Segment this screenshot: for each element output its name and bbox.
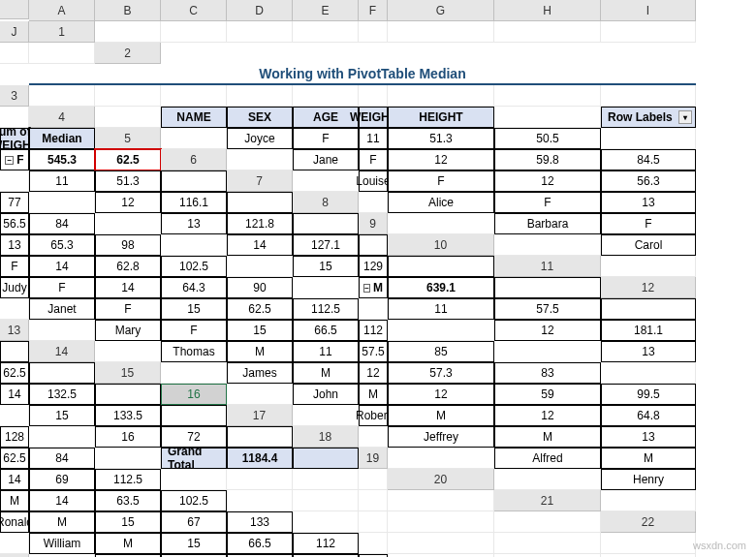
row-header-11[interactable]: 11 [494, 256, 601, 277]
cell-A15[interactable] [161, 362, 227, 384]
row-header-17[interactable]: 17 [227, 405, 293, 426]
cell-H19[interactable] [227, 469, 293, 490]
pivot-row-label[interactable]: 11 [388, 298, 494, 320]
pivot-row-label[interactable]: 15 [293, 256, 359, 277]
cell-A11[interactable] [601, 256, 696, 277]
cell-A12[interactable] [0, 298, 29, 320]
cell-G15[interactable] [601, 362, 696, 384]
pivot-row-label[interactable]: 12 [95, 192, 161, 213]
cell-H1[interactable] [601, 21, 696, 43]
collapse-icon[interactable]: − [5, 156, 14, 165]
cell-E1[interactable] [359, 21, 388, 43]
cell-A21[interactable] [601, 490, 696, 511]
row-header-20[interactable]: 20 [388, 469, 494, 490]
pivot-row-label[interactable]: 15 [29, 405, 95, 426]
cell-G14[interactable] [494, 341, 601, 362]
cell-A5[interactable] [161, 128, 227, 149]
col-header-A[interactable]: A [29, 0, 95, 21]
pivot-row-label[interactable]: 14 [0, 384, 29, 405]
cell-A14[interactable] [95, 341, 161, 362]
cell-I22[interactable] [494, 533, 601, 554]
cell-J22[interactable] [601, 533, 696, 554]
row-header-2[interactable]: 2 [95, 43, 161, 64]
cell-G1[interactable] [494, 21, 601, 43]
pivot-row-label[interactable]: 13 [601, 341, 696, 362]
collapse-icon[interactable]: − [363, 284, 370, 293]
cell-G21[interactable] [293, 511, 359, 533]
cell-J21[interactable] [494, 511, 601, 533]
cell-G16[interactable] [0, 405, 29, 426]
cell-A20[interactable] [494, 469, 601, 490]
cell-C3[interactable] [161, 85, 227, 107]
row-header-13[interactable]: 13 [0, 320, 29, 341]
cell-I20[interactable] [359, 490, 388, 511]
col-header-G[interactable]: G [388, 0, 494, 21]
cell-B3[interactable] [95, 85, 161, 107]
cell-E3[interactable] [293, 85, 359, 107]
cell-H22[interactable] [388, 533, 494, 554]
cell-G9[interactable] [161, 234, 227, 256]
cell-A18[interactable] [359, 426, 388, 448]
col-header-D[interactable]: D [227, 0, 293, 21]
cell-G13[interactable] [388, 320, 494, 341]
cell-I3[interactable] [601, 85, 696, 107]
row-header-8[interactable]: 8 [293, 192, 359, 213]
cell-A8[interactable] [359, 192, 388, 213]
cell-G6[interactable] [0, 170, 29, 192]
row-header-5[interactable]: 5 [95, 128, 161, 149]
cell-H21[interactable] [359, 511, 388, 533]
cell-B1[interactable] [161, 21, 227, 43]
row-header-14[interactable]: 14 [29, 341, 95, 362]
cell-I19[interactable] [293, 469, 359, 490]
cell-A19[interactable] [388, 448, 494, 469]
row-header-1[interactable]: 1 [29, 21, 95, 43]
cell-A13[interactable] [29, 320, 95, 341]
cell-G12[interactable] [359, 298, 388, 320]
col-header-F[interactable]: F [359, 0, 388, 21]
col-header-I[interactable]: I [601, 0, 696, 21]
cell-A3[interactable] [29, 85, 95, 107]
pivot-filter-dropdown[interactable]: ▾ [678, 110, 692, 124]
cell-A6[interactable] [227, 149, 293, 170]
row-header-6[interactable]: 6 [161, 149, 227, 170]
cell-G7[interactable] [29, 192, 95, 213]
col-header-E[interactable]: E [293, 0, 359, 21]
col-header-C[interactable]: C [161, 0, 227, 21]
cell-A4[interactable] [95, 107, 161, 128]
cell-H20[interactable] [293, 490, 359, 511]
col-header-H[interactable]: H [494, 0, 601, 21]
cell-A1[interactable] [95, 21, 161, 43]
cell-F3[interactable] [359, 85, 388, 107]
row-header-3[interactable]: 3 [0, 85, 29, 107]
cell-H3[interactable] [494, 85, 601, 107]
corner-cell[interactable] [0, 0, 29, 19]
row-header-10[interactable]: 10 [388, 234, 494, 256]
cell-J20[interactable] [388, 490, 494, 511]
cell-A16[interactable] [227, 384, 293, 405]
cell-A10[interactable] [494, 234, 601, 256]
row-header-22[interactable]: 22 [601, 511, 696, 533]
pivot-row-label[interactable]: 13 [161, 213, 227, 234]
row-header-19[interactable]: 19 [359, 448, 388, 469]
row-header-4[interactable]: 4 [29, 107, 95, 128]
row-header-12[interactable]: 12 [601, 277, 696, 298]
cell-G20[interactable] [227, 490, 293, 511]
row-header-9[interactable]: 9 [359, 213, 388, 234]
cell-A17[interactable] [293, 405, 359, 426]
cell-D1[interactable] [293, 21, 359, 43]
row-header-16[interactable]: 16 [161, 384, 227, 405]
cell-G4[interactable] [494, 107, 601, 128]
cell-J1[interactable] [29, 43, 95, 64]
cell-G22[interactable] [359, 533, 388, 554]
cell-I1[interactable] [0, 43, 29, 64]
cell-F1[interactable] [388, 21, 494, 43]
row-header-18[interactable]: 18 [293, 426, 359, 448]
cell-G5[interactable] [601, 128, 696, 149]
row-header-21[interactable]: 21 [494, 490, 601, 511]
cell-D3[interactable] [227, 85, 293, 107]
pivot-header-rowlabels[interactable]: Row Labels▾ [601, 107, 696, 128]
pivot-row-label[interactable]: 11 [29, 170, 95, 192]
row-header-15[interactable]: 15 [95, 362, 161, 384]
pivot-row-label[interactable]: 14 [227, 234, 293, 256]
pivot-row-label[interactable]: −F [0, 149, 29, 170]
